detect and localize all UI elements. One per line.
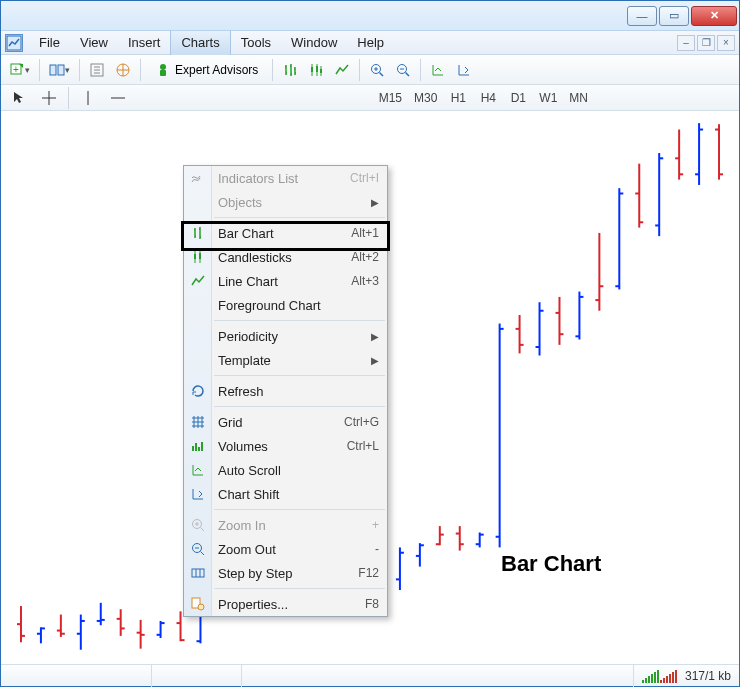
menu-tools[interactable]: Tools — [231, 31, 281, 55]
mdi-restore-button[interactable]: ❐ — [697, 35, 715, 51]
menu-item-label: Indicators List — [218, 171, 298, 186]
menu-item-shortcut: F12 — [358, 566, 379, 580]
expert-advisors-label: Expert Advisors — [175, 63, 258, 77]
submenu-arrow-icon: ▶ — [371, 197, 379, 208]
tf-h4[interactable]: H4 — [474, 88, 502, 108]
menu-item-label: Auto Scroll — [218, 463, 281, 478]
app-window: — ▭ ✕ File View Insert Charts Tools Wind… — [0, 0, 740, 687]
menu-item-label: Properties... — [218, 597, 288, 612]
svg-rect-3 — [50, 65, 56, 75]
menu-separator — [214, 375, 385, 376]
menu-item-label: Line Chart — [218, 274, 278, 289]
menu-item-zoom-out[interactable]: Zoom Out- — [184, 537, 387, 561]
autoscroll-button[interactable] — [426, 58, 450, 82]
hline-button[interactable] — [104, 88, 132, 108]
svg-rect-8 — [160, 70, 166, 76]
svg-point-7 — [160, 64, 166, 70]
tf-m30[interactable]: M30 — [409, 88, 442, 108]
menu-item-objects: Objects▶ — [184, 190, 387, 214]
connection-text: 317/1 kb — [685, 669, 731, 683]
zoom-out-button[interactable] — [391, 58, 415, 82]
indicators-icon — [189, 169, 207, 187]
menu-item-volumes[interactable]: VolumesCtrl+L — [184, 434, 387, 458]
menu-item-shortcut: Alt+3 — [351, 274, 379, 288]
menu-item-shortcut: - — [375, 542, 379, 556]
menu-file[interactable]: File — [29, 31, 70, 55]
chart-area[interactable]: Bar Chart Indicators ListCtrl+IObjects▶B… — [1, 111, 739, 664]
svg-rect-123 — [199, 253, 201, 259]
svg-rect-9 — [311, 67, 313, 72]
toolbar-main: +▾ ▾ Expert Advisors — [1, 55, 739, 85]
tf-m15[interactable]: M15 — [374, 88, 407, 108]
tf-w1[interactable]: W1 — [534, 88, 562, 108]
svg-rect-11 — [320, 69, 322, 73]
tf-mn[interactable]: MN — [564, 88, 593, 108]
mdi-close-button[interactable]: × — [717, 35, 735, 51]
menu-item-label: Zoom In — [218, 518, 266, 533]
bar-chart-button[interactable] — [278, 58, 302, 82]
menu-item-shortcut: Alt+2 — [351, 250, 379, 264]
properties-icon — [189, 595, 207, 613]
window-maximize-button[interactable]: ▭ — [659, 6, 689, 26]
menu-item-shortcut: + — [372, 518, 379, 532]
menu-item-label: Volumes — [218, 439, 268, 454]
menu-item-shortcut: Alt+1 — [351, 226, 379, 240]
window-close-button[interactable]: ✕ — [691, 6, 737, 26]
menu-item-line-chart[interactable]: Line ChartAlt+3 — [184, 269, 387, 293]
submenu-arrow-icon: ▶ — [371, 331, 379, 342]
zoom-in-button[interactable] — [365, 58, 389, 82]
crosshair-button[interactable] — [35, 88, 63, 108]
menu-item-grid[interactable]: GridCtrl+G — [184, 410, 387, 434]
menu-item-label: Zoom Out — [218, 542, 276, 557]
cursor-button[interactable] — [5, 88, 33, 108]
menu-item-template[interactable]: Template▶ — [184, 348, 387, 372]
expert-advisors-toggle[interactable]: Expert Advisors — [146, 58, 267, 82]
menu-item-chart-shift[interactable]: Chart Shift — [184, 482, 387, 506]
window-minimize-button[interactable]: — — [627, 6, 657, 26]
menu-item-label: Foreground Chart — [218, 298, 321, 313]
menu-item-refresh[interactable]: Refresh — [184, 379, 387, 403]
navigator-button[interactable] — [111, 58, 135, 82]
menu-separator — [214, 406, 385, 407]
menu-window[interactable]: Window — [281, 31, 347, 55]
menu-separator — [214, 320, 385, 321]
menu-item-bar-chart[interactable]: Bar ChartAlt+1 — [184, 221, 387, 245]
line-chart-button[interactable] — [330, 58, 354, 82]
annotation-label: Bar Chart — [501, 551, 601, 577]
tf-h1[interactable]: H1 — [444, 88, 472, 108]
menu-item-label: Grid — [218, 415, 243, 430]
menu-item-step-by-step[interactable]: Step by StepF12 — [184, 561, 387, 585]
chartshift-button[interactable] — [452, 58, 476, 82]
menu-charts[interactable]: Charts — [170, 31, 230, 55]
grid-icon — [189, 413, 207, 431]
step-icon — [189, 564, 207, 582]
candlestick-icon — [189, 248, 207, 266]
menu-item-label: Periodicity — [218, 329, 278, 344]
menu-item-periodicity[interactable]: Periodicity▶ — [184, 324, 387, 348]
menu-item-properties[interactable]: Properties...F8 — [184, 592, 387, 616]
menu-insert[interactable]: Insert — [118, 31, 171, 55]
menu-item-label: Bar Chart — [218, 226, 274, 241]
app-icon — [5, 34, 23, 52]
new-chart-button[interactable]: +▾ — [5, 58, 34, 82]
menu-item-indicators-list: Indicators ListCtrl+I — [184, 166, 387, 190]
bar-chart-icon — [189, 224, 207, 242]
charts-dropdown: Indicators ListCtrl+IObjects▶Bar ChartAl… — [183, 165, 388, 617]
menu-item-foreground-chart[interactable]: Foreground Chart — [184, 293, 387, 317]
vline-button[interactable] — [74, 88, 102, 108]
mdi-minimize-button[interactable]: – — [677, 35, 695, 51]
menu-help[interactable]: Help — [347, 31, 394, 55]
market-watch-button[interactable] — [85, 58, 109, 82]
menu-item-label: Step by Step — [218, 566, 292, 581]
profiles-button[interactable]: ▾ — [45, 58, 74, 82]
line-chart-icon — [189, 272, 207, 290]
zoom-out-icon — [189, 540, 207, 558]
connection-bars-icon — [642, 669, 677, 683]
toolbar-drawing: M15 M30 H1 H4 D1 W1 MN — [1, 85, 739, 111]
menu-item-auto-scroll[interactable]: Auto Scroll — [184, 458, 387, 482]
candlestick-button[interactable] — [304, 58, 328, 82]
statusbar: 317/1 kb — [1, 664, 739, 686]
tf-d1[interactable]: D1 — [504, 88, 532, 108]
menu-item-candlesticks[interactable]: CandlesticksAlt+2 — [184, 245, 387, 269]
menu-view[interactable]: View — [70, 31, 118, 55]
